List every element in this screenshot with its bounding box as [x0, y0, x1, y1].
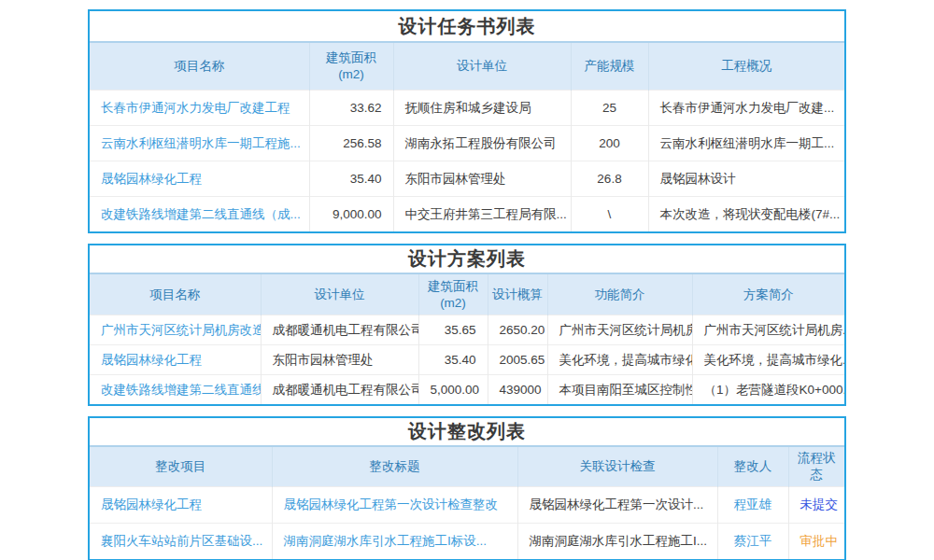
table-cell: 晟铭园林绿化工程	[90, 345, 261, 375]
table-cell: 改建铁路线增建第二线直通线...	[90, 375, 261, 405]
cell-link[interactable]: 湖南洞庭湖水库引水工程施工I标设...	[284, 534, 488, 548]
cell-text: 9,000.00	[333, 207, 382, 221]
header-row: 项目名称设计单位建筑面积 (m2)设计概算功能简介方案简介	[90, 274, 844, 315]
column-header: 设计单位	[261, 274, 418, 315]
table-cell: 成都暖通机电工程有限公司	[261, 375, 418, 405]
cell-text: 广州市天河区统计局机房...	[559, 323, 693, 337]
design-task-list-panel: 设计任务书列表项目名称建筑面积 (m2)设计单位产能规模工程概况长春市伊通河水力…	[88, 9, 846, 233]
cell-link[interactable]: 晟铭园林绿化工程	[101, 497, 202, 511]
status-badge: 未提交	[800, 497, 839, 511]
cell-text: 25	[602, 101, 616, 115]
table-cell: 湖南洞庭湖水库引水工程施工I标设...	[272, 524, 517, 560]
cell-text: 成都暖通机电工程有限公司	[273, 323, 419, 337]
design-rectification-list-panel: 设计整改列表整改项目整改标题关联设计检查整改人流程状态晟铭园林绿化工程晟铭园林绿…	[88, 416, 846, 560]
table-cell: 晟铭园林绿化工程	[90, 487, 272, 524]
table-cell: 长春市伊通河水力发电厂改建工程	[90, 91, 309, 126]
table-cell: 33.62	[309, 91, 393, 126]
table-cell: 晟铭园林设计	[648, 161, 844, 197]
cell-link[interactable]: 改建铁路线增建第二线直通线...	[101, 383, 261, 397]
table-cell: 广州市天河区统计局机房...	[547, 315, 692, 345]
table-cell: 2650.20	[488, 315, 547, 345]
cell-text: 本次改造，将现状变配电楼(7#...	[660, 207, 841, 221]
header-row: 整改项目整改标题关联设计检查整改人流程状态	[90, 447, 844, 487]
table-cell: 程亚雄	[717, 487, 788, 524]
cell-text: 湖南永拓工程股份有限公司	[405, 136, 557, 150]
table-title: 设计整改列表	[90, 418, 844, 447]
table-list-page: 设计任务书列表项目名称建筑面积 (m2)设计单位产能规模工程概况长春市伊通河水力…	[88, 9, 846, 560]
column-header: 整改项目	[90, 447, 272, 487]
table-cell: 5,000.00	[418, 375, 488, 405]
cell-link[interactable]: 程亚雄	[734, 497, 772, 511]
cell-text: 2005.65	[500, 353, 545, 367]
table-cell: 2005.65	[488, 345, 547, 375]
cell-link[interactable]: 蔡江平	[734, 534, 772, 548]
cell-link[interactable]: 晟铭园林绿化工程第一次设计检查整改	[284, 497, 499, 511]
table-cell: \	[571, 197, 648, 232]
table-cell: 蔡江平	[717, 524, 788, 560]
table-row: 晟铭园林绿化工程东阳市园林管理处35.402005.65美化环境，提高城市绿化.…	[90, 345, 844, 375]
table-cell: 襄阳火车站站前片区基础设...	[90, 524, 272, 560]
cell-text: 2650.20	[500, 323, 545, 337]
table-cell: 25	[571, 91, 648, 126]
status-badge: 审批中	[800, 534, 839, 548]
cell-text: 晟铭园林绿化工程第一次设计...	[530, 497, 704, 511]
table-cell: 东阳市园林管理处	[393, 161, 571, 197]
cell-text: \	[608, 207, 612, 221]
cell-link[interactable]: 长春市伊通河水力发电厂改建工程	[101, 101, 290, 115]
cell-link[interactable]: 云南水利枢纽潜明水库一期工程施...	[101, 136, 301, 150]
design-plan-list-panel: 设计方案列表项目名称设计单位建筑面积 (m2)设计概算功能简介方案简介广州市天河…	[88, 244, 846, 406]
table-cell: 256.58	[309, 126, 393, 161]
cell-text: 湖南洞庭湖水库引水工程施工I...	[530, 534, 708, 548]
cell-link[interactable]: 广州市天河区统计局机房改造...	[101, 323, 261, 337]
cell-text: 中交王府井第三工程局有限...	[405, 207, 567, 221]
cell-text: 35.65	[445, 323, 476, 337]
cell-text: 东阳市园林管理处	[405, 172, 506, 186]
table-cell: 晟铭园林绿化工程第一次设计...	[517, 487, 717, 524]
table-cell: 200	[571, 126, 648, 161]
table-cell: 35.40	[418, 345, 488, 375]
cell-text: 26.8	[597, 172, 621, 186]
table-cell: 长春市伊通河水力发电厂改建...	[648, 91, 844, 126]
table-cell: 9,000.00	[309, 197, 393, 232]
table-cell: 晟铭园林绿化工程第一次设计检查整改	[272, 487, 517, 524]
cell-link[interactable]: 晟铭园林绿化工程	[101, 353, 202, 367]
table-cell: 云南水利枢纽潜明水库一期工程施...	[90, 126, 309, 161]
table-cell: 本项目南阳至城区控制性...	[547, 375, 692, 405]
table-cell: 439000	[488, 375, 547, 405]
column-header: 整改人	[717, 447, 788, 487]
cell-text: 33.62	[350, 101, 382, 115]
table-row: 广州市天河区统计局机房改造...成都暖通机电工程有限公司35.652650.20…	[90, 315, 844, 345]
cell-text: 东阳市园林管理处	[273, 353, 374, 367]
cell-text: 抚顺住房和城乡建设局	[405, 101, 531, 115]
table-cell: 美化环境，提高城市绿化...	[692, 345, 844, 375]
column-header: 方案简介	[692, 274, 844, 315]
table-row: 晟铭园林绿化工程晟铭园林绿化工程第一次设计检查整改晟铭园林绿化工程第一次设计..…	[90, 487, 844, 524]
table-cell: 35.65	[418, 315, 488, 345]
table-row: 改建铁路线增建第二线直通线（成...9,000.00中交王府井第三工程局有限..…	[90, 197, 844, 232]
cell-text: （1）老营隧道段K0+000...	[704, 383, 845, 397]
column-header: 项目名称	[90, 43, 309, 91]
column-header: 关联设计检查	[517, 447, 717, 487]
data-table: 项目名称建筑面积 (m2)设计单位产能规模工程概况长春市伊通河水力发电厂改建工程…	[90, 43, 844, 231]
cell-link[interactable]: 晟铭园林绿化工程	[101, 172, 202, 186]
column-header: 建筑面积 (m2)	[418, 274, 488, 315]
column-header: 流程状态	[788, 447, 844, 487]
cell-text: 35.40	[445, 353, 476, 367]
table-cell: 抚顺住房和城乡建设局	[393, 91, 571, 126]
cell-text: 5,000.00	[431, 383, 480, 397]
column-header: 设计单位	[393, 43, 571, 91]
column-header: 建筑面积 (m2)	[309, 43, 393, 91]
cell-text: 美化环境，提高城市绿化...	[559, 353, 693, 367]
column-header: 设计概算	[488, 274, 547, 315]
table-cell: 改建铁路线增建第二线直通线（成...	[90, 197, 309, 232]
cell-text: 广州市天河区统计局机房...	[704, 323, 845, 337]
column-header: 整改标题	[272, 447, 517, 487]
cell-link[interactable]: 改建铁路线增建第二线直通线（成...	[101, 207, 301, 221]
table-row: 襄阳火车站站前片区基础设...湖南洞庭湖水库引水工程施工I标设...湖南洞庭湖水…	[90, 524, 844, 560]
table-cell: 湖南永拓工程股份有限公司	[393, 126, 571, 161]
data-table: 整改项目整改标题关联设计检查整改人流程状态晟铭园林绿化工程晟铭园林绿化工程第一次…	[90, 447, 844, 559]
table-cell: 未提交	[788, 487, 844, 524]
cell-text: 长春市伊通河水力发电厂改建...	[660, 101, 835, 115]
table-row: 长春市伊通河水力发电厂改建工程33.62抚顺住房和城乡建设局25长春市伊通河水力…	[90, 91, 844, 126]
cell-link[interactable]: 襄阳火车站站前片区基础设...	[101, 534, 262, 548]
